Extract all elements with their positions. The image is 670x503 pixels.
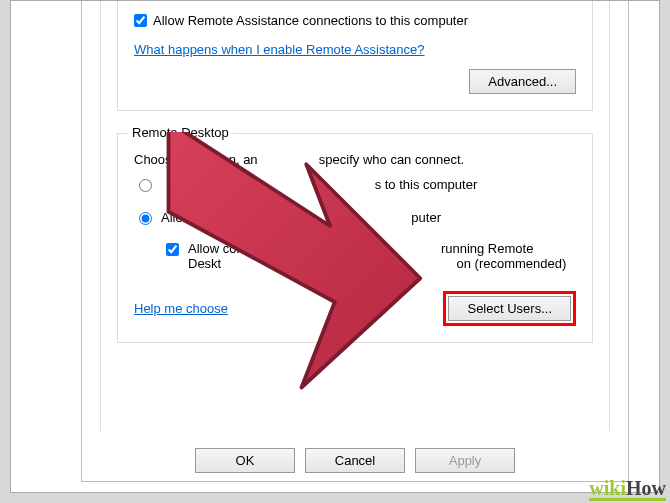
apply-button[interactable]: Apply bbox=[415, 448, 515, 473]
nla-checkbox-label: Allow con running Remote Deskt on (recom… bbox=[188, 241, 566, 271]
advanced-button[interactable]: Advanced... bbox=[469, 69, 576, 94]
radio-allow[interactable]: Allow puter bbox=[134, 210, 576, 225]
radio-dont-allow-input[interactable] bbox=[139, 179, 152, 192]
remote-assistance-help-link[interactable]: What happens when I enable Remote Assist… bbox=[134, 42, 425, 57]
radio-dont-allow-label: s to this computer bbox=[161, 177, 477, 192]
nla-checkbox[interactable]: Allow con running Remote Deskt on (recom… bbox=[162, 241, 576, 271]
wikihow-watermark: wikiHow bbox=[589, 477, 666, 501]
cancel-button[interactable]: Cancel bbox=[305, 448, 405, 473]
select-users-button[interactable]: Select Users... bbox=[448, 296, 571, 321]
allow-remote-assistance-checkbox[interactable]: Allow Remote Assistance connections to t… bbox=[134, 13, 576, 28]
select-users-highlight: Select Users... bbox=[443, 291, 576, 326]
remote-tab-panel: Allow Remote Assistance connections to t… bbox=[100, 1, 610, 431]
remote-desktop-intro: Choose an option, an specify who can con… bbox=[134, 152, 576, 167]
ok-button[interactable]: OK bbox=[195, 448, 295, 473]
nla-checkbox-input[interactable] bbox=[166, 243, 179, 256]
dialog-button-bar: OK Cancel Apply bbox=[82, 448, 628, 473]
system-properties-dialog: Allow Remote Assistance connections to t… bbox=[81, 1, 629, 482]
allow-remote-assistance-label: Allow Remote Assistance connections to t… bbox=[153, 13, 468, 28]
remote-assistance-group: Allow Remote Assistance connections to t… bbox=[117, 1, 593, 111]
radio-allow-input[interactable] bbox=[139, 212, 152, 225]
help-me-choose-link[interactable]: Help me choose bbox=[134, 301, 228, 316]
allow-remote-assistance-input[interactable] bbox=[134, 14, 147, 27]
remote-desktop-group: Remote Desktop Choose an option, an spec… bbox=[117, 133, 593, 343]
radio-allow-label: Allow puter bbox=[161, 210, 441, 225]
remote-desktop-legend: Remote Desktop bbox=[128, 125, 233, 140]
radio-dont-allow[interactable]: s to this computer bbox=[134, 177, 576, 192]
